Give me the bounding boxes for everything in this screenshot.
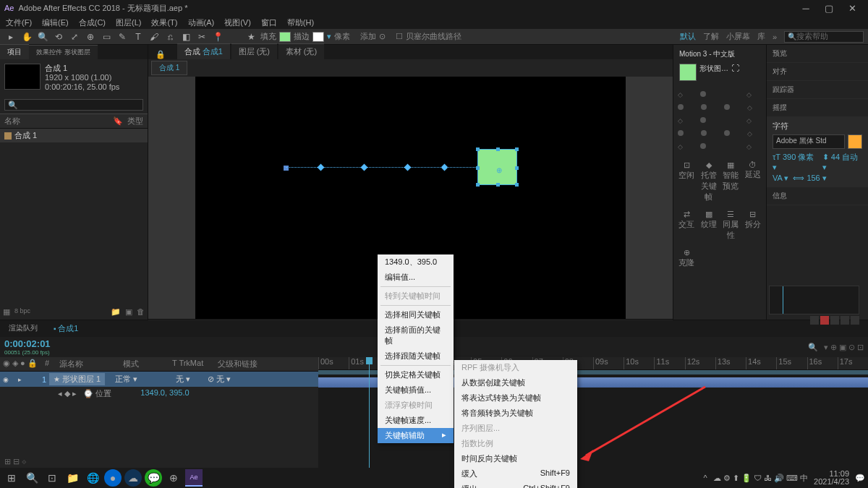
search-icon[interactable]: 🔍 (23, 469, 41, 487)
btn-keyframe[interactable]: ◆托管关键帧 (699, 158, 720, 205)
anchor-icon[interactable]: ⊕ (496, 166, 502, 174)
stroke-swatch[interactable] (312, 32, 324, 42)
roto-tool-icon[interactable]: ✂ (195, 30, 208, 43)
app3-icon[interactable]: ⊕ (165, 469, 182, 487)
stamp-tool-icon[interactable]: ⎌ (163, 30, 176, 43)
trkmat-dropdown[interactable]: 无 ▾ (176, 374, 205, 385)
bezier-label[interactable]: 贝塞尔曲线路径 (406, 31, 461, 42)
ctx-edit-value[interactable]: 编辑值... (378, 270, 454, 285)
toggle-switches-icon[interactable]: ⊞ ⊟ ⟐ (4, 457, 27, 466)
viewer-tab-footage[interactable]: 素材 (无) (278, 43, 324, 59)
btn-preview[interactable]: ▦智能预览 (720, 158, 741, 205)
btn-texture[interactable]: ▩纹理 (699, 207, 720, 244)
sub-easein[interactable]: 缓入Shift+F9 (454, 466, 577, 481)
menu-window[interactable]: 窗口 (261, 17, 277, 28)
panel-preview[interactable]: 预览 (767, 45, 868, 63)
tab-project[interactable]: 项目 (0, 44, 29, 59)
ws-more[interactable]: » (773, 33, 777, 41)
rect-tool-icon[interactable]: ▭ (100, 30, 113, 43)
fill-label[interactable]: 填充 (260, 31, 276, 42)
project-search[interactable]: 🔍 (4, 99, 143, 111)
property-row[interactable]: ◂ ◆ ▸ ⌚ 位置 1349.0, 395.0 (0, 387, 318, 401)
viewer-tab-layer[interactable]: 图层 (无) (231, 43, 277, 59)
puppet-tool-icon[interactable]: 📍 (211, 30, 224, 43)
col-mode[interactable]: 模式 (123, 359, 166, 369)
shape-layer[interactable]: ⊕ (477, 149, 517, 185)
app2-icon[interactable]: ☁ (124, 469, 142, 487)
ctx-toggle-hold[interactable]: 切换定格关键帧 (378, 367, 454, 382)
sub-expr[interactable]: 将表达式转换为关键帧 (454, 390, 577, 406)
menu-edit[interactable]: 编辑(E) (42, 17, 69, 28)
selection-tool-icon[interactable]: ▸ (4, 30, 17, 43)
edge-icon[interactable]: 🌐 (84, 469, 101, 487)
font-size[interactable]: τT 390 像素 ▾ (773, 152, 818, 172)
sub-audio[interactable]: 将音频转换为关键帧 (454, 406, 577, 421)
panel-wiggle[interactable]: 摇摆 (767, 99, 868, 117)
notification-icon[interactable]: 💬 (855, 474, 865, 483)
project-row[interactable]: 合成 1 (0, 129, 148, 142)
ws-default[interactable]: 默认 (680, 31, 696, 42)
menu-view[interactable]: 视图(V) (224, 17, 251, 28)
add-label[interactable]: 添加 (360, 31, 376, 42)
menu-layer[interactable]: 图层(L) (116, 17, 141, 28)
col-source[interactable]: 源名称 (59, 359, 117, 369)
minimize-button[interactable]: ─ (794, 3, 817, 14)
brush-tool-icon[interactable]: 🖌 (148, 30, 161, 43)
mode-dropdown[interactable]: 正常 ▾ (115, 374, 151, 385)
expand-icon[interactable]: ⛶ (731, 64, 739, 81)
ctx-assist[interactable]: 关键帧辅助▸ (378, 428, 454, 443)
btn-interact[interactable]: ⇄交互 (676, 207, 697, 244)
eraser-tool-icon[interactable]: ◧ (179, 30, 192, 43)
zoom-tool-icon[interactable]: 🔍 (36, 30, 49, 43)
tl-search-icon[interactable]: 🔍 (808, 343, 818, 352)
motion-path[interactable] (286, 167, 503, 168)
search-help-input[interactable]: 🔍 搜索帮助 (784, 31, 864, 43)
ctx-velocity[interactable]: 关键帧速度... (378, 413, 454, 428)
orbit-tool-icon[interactable]: ⟲ (52, 30, 65, 43)
mini-buttons[interactable] (810, 316, 859, 325)
motion-tab[interactable]: Motion 3 - 中文版 (676, 48, 763, 61)
position-value[interactable]: 1349.0, 395.0 (140, 388, 189, 399)
viewer-lock-icon[interactable]: 🔒 (156, 50, 166, 59)
font-dropdown[interactable]: Adobe 黑体 Std (773, 134, 845, 149)
parent-dropdown[interactable]: ⊘ 无 ▾ (208, 374, 231, 385)
current-time[interactable]: 0:00:02:01 (4, 338, 51, 349)
btn-clone[interactable]: ⊕克隆 (676, 245, 697, 271)
bpc-icon[interactable]: ▦ (3, 307, 10, 317)
close-button[interactable]: ✕ (841, 3, 864, 14)
pen-tool-icon[interactable]: ✎ (116, 30, 129, 43)
ws-lib[interactable]: 库 (757, 31, 765, 42)
ae-taskbar-icon[interactable]: Ae (185, 469, 203, 487)
start-button[interactable]: ⊞ (3, 469, 20, 487)
layer-row[interactable]: ◉ ▸ 1 ★ 形状图层 1 正常 ▾ 无 ▾ ⊘ 无 ▾ (0, 372, 318, 387)
leading[interactable]: ⬍ 44 自动 ▾ (822, 152, 862, 172)
stroke-label[interactable]: 描边 (294, 31, 310, 42)
menu-help[interactable]: 帮助(H) (287, 17, 314, 28)
shape-star-icon[interactable]: ★ (244, 30, 258, 43)
col-trkmat[interactable]: T TrkMat (172, 359, 212, 369)
maximize-button[interactable]: ▢ (817, 3, 841, 14)
ws-small[interactable]: 小屏幕 (726, 31, 750, 42)
ctx-sel-follow[interactable]: 选择跟随关键帧 (378, 348, 454, 364)
col-parent[interactable]: 父级和链接 (218, 359, 258, 369)
menu-comp[interactable]: 合成(C) (79, 17, 106, 28)
system-tray[interactable]: ^ ☁ ⚙ ⬆ 🔋 🛡 🖧 🔊 ⌨ 中 11:09 2021/4/23 💬 (703, 470, 865, 486)
ctx-interp[interactable]: 关键帧插值... (378, 382, 454, 398)
fill-swatch[interactable] (279, 32, 291, 42)
rotate-tool-icon[interactable]: ⤢ (68, 30, 81, 43)
tray-up-icon[interactable]: ^ (703, 474, 707, 482)
panel-tracker[interactable]: 跟踪器 (767, 81, 868, 99)
ctx-sel-prev[interactable]: 选择前面的关键帧 (378, 322, 454, 348)
comp-tab[interactable]: 合成 1 (151, 61, 187, 75)
shape-swatch[interactable] (679, 64, 697, 81)
comp-thumbnail[interactable] (4, 64, 41, 90)
col-type[interactable]: 类型 (127, 116, 143, 127)
hand-tool-icon[interactable]: ✋ (20, 30, 33, 43)
mini-timeline[interactable] (769, 286, 859, 314)
taskview-icon[interactable]: ⊡ (43, 469, 61, 487)
wechat-icon[interactable]: 💬 (145, 469, 162, 487)
panel-info[interactable]: 信息 (767, 187, 868, 205)
app1-icon[interactable]: ● (104, 469, 122, 487)
tl-opts[interactable]: ▾ ⊕ ▣ ⊙ ⊡ (824, 343, 864, 352)
tab-effectcontrols[interactable]: 效果控件 形状图层 (29, 45, 98, 59)
